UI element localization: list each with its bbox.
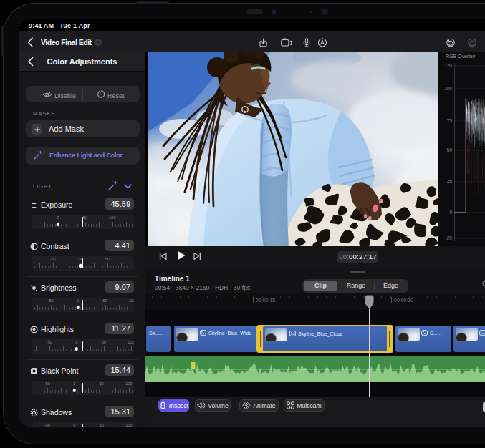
svg-text:75: 75 xyxy=(447,118,453,123)
svg-text:25: 25 xyxy=(447,179,453,184)
svg-text:-20: -20 xyxy=(446,235,453,240)
svg-text:50: 50 xyxy=(447,147,453,152)
svg-text:100: 100 xyxy=(444,86,452,91)
svg-text:0: 0 xyxy=(449,210,452,215)
svg-text:120: 120 xyxy=(444,63,452,68)
